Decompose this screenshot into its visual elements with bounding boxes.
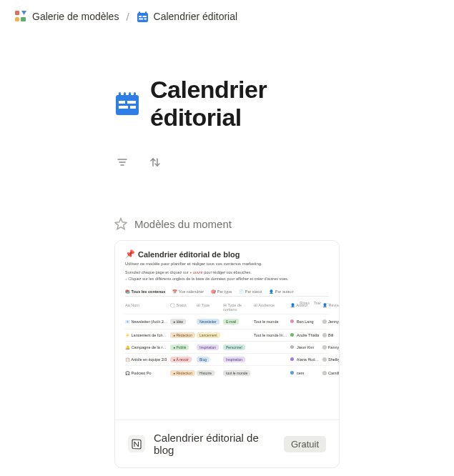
breadcrumb-root[interactable]: Galerie de modèles — [14, 10, 119, 23]
preview-column-header: ⊞ Audience — [254, 303, 288, 312]
pin-icon: 📌 — [125, 249, 135, 259]
template-card[interactable]: 📌 Calendrier éditorial de blog Utilisez … — [114, 240, 340, 468]
table-row: 🎧 Podcast Po● RédactionHistoiretout le m… — [125, 365, 329, 380]
svg-rect-12 — [119, 92, 121, 97]
svg-rect-7 — [139, 16, 142, 17]
breadcrumb: Galerie de modèles / Calendrier éditoria… — [0, 0, 454, 33]
preview-column-header: ⊞ Type de contenu — [223, 303, 252, 312]
preview-title-text: Calendrier éditorial de blog — [138, 250, 240, 259]
table-row: 📋 Article en équipe 2/3● À revoirBlogIns… — [125, 353, 329, 365]
breadcrumb-separator: / — [126, 11, 129, 23]
gallery-icon — [14, 10, 27, 23]
breadcrumb-current-label: Calendrier éditorial — [154, 11, 238, 22]
svg-marker-1 — [21, 11, 26, 15]
breadcrumb-current[interactable]: Calendrier éditorial — [137, 11, 238, 23]
preview-table: Aa Nom◯ Statut⊞ Type⊞ Type de contenu⊞ A… — [125, 301, 329, 380]
preview-tab: 📚 Tous les contenus — [125, 289, 165, 294]
page-content: Calendrier éditorial Modèles du moment — [0, 76, 454, 468]
preview-tab: 📄 Par statut — [239, 289, 262, 294]
preview-note: Survolez chaque page et cliquez sur + ou… — [125, 269, 329, 282]
notion-icon — [128, 435, 145, 452]
template-preview: 📌 Calendrier éditorial de blog Utilisez … — [115, 241, 339, 420]
template-card-footer: Calendrier éditorial de blog Gratuit — [115, 420, 339, 467]
view-toolbar — [114, 153, 340, 172]
svg-rect-8 — [142, 16, 147, 17]
svg-marker-25 — [115, 219, 127, 229]
svg-rect-6 — [145, 11, 147, 14]
preview-tab: 👤 Par auteur — [269, 289, 293, 294]
preview-tabs: 📚 Tous les contenus📅 Vue calendrier🎯 Par… — [125, 289, 329, 297]
svg-rect-9 — [139, 18, 143, 19]
filter-button[interactable] — [116, 156, 129, 169]
svg-rect-15 — [134, 92, 136, 97]
sort-button[interactable] — [149, 156, 162, 169]
svg-point-2 — [15, 17, 19, 21]
svg-rect-18 — [119, 106, 128, 109]
preview-title: 📌 Calendrier éditorial de blog — [125, 249, 329, 259]
section-header: Modèles du moment — [114, 217, 340, 230]
svg-rect-10 — [144, 18, 147, 19]
preview-column-header: ◯ Statut — [170, 303, 194, 312]
svg-rect-16 — [119, 101, 125, 104]
svg-rect-17 — [127, 101, 136, 104]
preview-toolbar-right: FiltresTrier⋯ — [300, 301, 329, 305]
table-row: 📧 Newsletter (Août 2022)● IdéeNewsletter… — [125, 314, 329, 329]
svg-rect-3 — [21, 17, 26, 21]
price-badge: Gratuit — [284, 436, 326, 452]
table-row: 🔔 Campagne de la rentrée● PubliéInspirat… — [125, 341, 329, 353]
svg-rect-4 — [137, 13, 148, 22]
svg-rect-13 — [124, 92, 126, 97]
svg-rect-5 — [139, 11, 140, 14]
svg-rect-0 — [15, 11, 19, 15]
svg-rect-14 — [129, 92, 131, 97]
preview-tab: 📅 Vue calendrier — [172, 289, 204, 294]
template-card-title: Calendrier éditorial de blog — [154, 432, 275, 456]
preview-subtitle: Utilisez ce modèle pour planifier et réd… — [125, 262, 329, 266]
preview-column-header: ⊞ Type — [197, 303, 221, 312]
preview-column-header: Aa Nom — [125, 303, 168, 312]
svg-rect-11 — [116, 95, 139, 115]
section-heading: Modèles du moment — [134, 218, 232, 230]
table-row: ⚡ Lancement de fonctionnalité● Rédaction… — [125, 329, 329, 341]
svg-rect-19 — [130, 106, 136, 109]
breadcrumb-root-label: Galerie de modèles — [32, 11, 119, 22]
star-icon — [114, 217, 127, 230]
page-title-icon — [114, 91, 140, 116]
page-title: Calendrier éditorial — [150, 76, 340, 132]
calendar-icon — [137, 11, 149, 23]
preview-tab: 🎯 Par type — [211, 289, 232, 294]
page-title-row: Calendrier éditorial — [114, 76, 340, 132]
